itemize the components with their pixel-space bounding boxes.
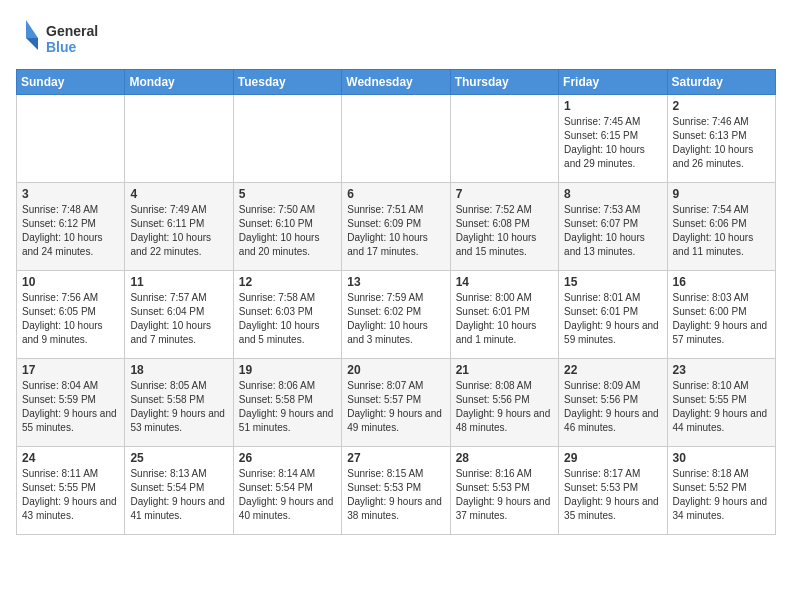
day-number: 11 xyxy=(130,275,227,289)
day-number: 8 xyxy=(564,187,661,201)
day-number: 16 xyxy=(673,275,770,289)
day-number: 26 xyxy=(239,451,336,465)
calendar-day-11: 11Sunrise: 7:57 AMSunset: 6:04 PMDayligh… xyxy=(125,271,233,359)
day-number: 3 xyxy=(22,187,119,201)
calendar-day-19: 19Sunrise: 8:06 AMSunset: 5:58 PMDayligh… xyxy=(233,359,341,447)
day-number: 29 xyxy=(564,451,661,465)
day-info: Sunrise: 7:59 AMSunset: 6:02 PMDaylight:… xyxy=(347,291,444,347)
logo: GeneralBlue xyxy=(16,16,106,61)
calendar-day-13: 13Sunrise: 7:59 AMSunset: 6:02 PMDayligh… xyxy=(342,271,450,359)
day-number: 21 xyxy=(456,363,553,377)
day-info: Sunrise: 7:54 AMSunset: 6:06 PMDaylight:… xyxy=(673,203,770,259)
day-number: 2 xyxy=(673,99,770,113)
day-info: Sunrise: 7:58 AMSunset: 6:03 PMDaylight:… xyxy=(239,291,336,347)
svg-marker-1 xyxy=(26,38,38,50)
calendar-day-14: 14Sunrise: 8:00 AMSunset: 6:01 PMDayligh… xyxy=(450,271,558,359)
calendar-day-18: 18Sunrise: 8:05 AMSunset: 5:58 PMDayligh… xyxy=(125,359,233,447)
day-number: 12 xyxy=(239,275,336,289)
calendar-day-25: 25Sunrise: 8:13 AMSunset: 5:54 PMDayligh… xyxy=(125,447,233,535)
weekday-header-saturday: Saturday xyxy=(667,70,775,95)
day-number: 1 xyxy=(564,99,661,113)
day-number: 4 xyxy=(130,187,227,201)
day-info: Sunrise: 8:13 AMSunset: 5:54 PMDaylight:… xyxy=(130,467,227,523)
calendar-day-3: 3Sunrise: 7:48 AMSunset: 6:12 PMDaylight… xyxy=(17,183,125,271)
calendar-week-row: 10Sunrise: 7:56 AMSunset: 6:05 PMDayligh… xyxy=(17,271,776,359)
day-info: Sunrise: 8:15 AMSunset: 5:53 PMDaylight:… xyxy=(347,467,444,523)
day-info: Sunrise: 7:52 AMSunset: 6:08 PMDaylight:… xyxy=(456,203,553,259)
calendar-day-20: 20Sunrise: 8:07 AMSunset: 5:57 PMDayligh… xyxy=(342,359,450,447)
day-number: 18 xyxy=(130,363,227,377)
calendar-day-10: 10Sunrise: 7:56 AMSunset: 6:05 PMDayligh… xyxy=(17,271,125,359)
calendar-day-4: 4Sunrise: 7:49 AMSunset: 6:11 PMDaylight… xyxy=(125,183,233,271)
day-info: Sunrise: 8:03 AMSunset: 6:00 PMDaylight:… xyxy=(673,291,770,347)
calendar-week-row: 24Sunrise: 8:11 AMSunset: 5:55 PMDayligh… xyxy=(17,447,776,535)
day-number: 14 xyxy=(456,275,553,289)
day-info: Sunrise: 8:04 AMSunset: 5:59 PMDaylight:… xyxy=(22,379,119,435)
calendar-day-9: 9Sunrise: 7:54 AMSunset: 6:06 PMDaylight… xyxy=(667,183,775,271)
day-info: Sunrise: 8:09 AMSunset: 5:56 PMDaylight:… xyxy=(564,379,661,435)
weekday-header-tuesday: Tuesday xyxy=(233,70,341,95)
day-info: Sunrise: 8:01 AMSunset: 6:01 PMDaylight:… xyxy=(564,291,661,347)
calendar-day-15: 15Sunrise: 8:01 AMSunset: 6:01 PMDayligh… xyxy=(559,271,667,359)
svg-text:Blue: Blue xyxy=(46,39,77,55)
empty-calendar-cell xyxy=(125,95,233,183)
empty-calendar-cell xyxy=(17,95,125,183)
weekday-header-friday: Friday xyxy=(559,70,667,95)
day-info: Sunrise: 7:51 AMSunset: 6:09 PMDaylight:… xyxy=(347,203,444,259)
empty-calendar-cell xyxy=(450,95,558,183)
day-number: 27 xyxy=(347,451,444,465)
calendar-day-1: 1Sunrise: 7:45 AMSunset: 6:15 PMDaylight… xyxy=(559,95,667,183)
day-number: 22 xyxy=(564,363,661,377)
day-info: Sunrise: 7:46 AMSunset: 6:13 PMDaylight:… xyxy=(673,115,770,171)
day-info: Sunrise: 8:05 AMSunset: 5:58 PMDaylight:… xyxy=(130,379,227,435)
day-number: 24 xyxy=(22,451,119,465)
calendar-day-2: 2Sunrise: 7:46 AMSunset: 6:13 PMDaylight… xyxy=(667,95,775,183)
day-info: Sunrise: 7:50 AMSunset: 6:10 PMDaylight:… xyxy=(239,203,336,259)
day-info: Sunrise: 8:17 AMSunset: 5:53 PMDaylight:… xyxy=(564,467,661,523)
day-info: Sunrise: 8:06 AMSunset: 5:58 PMDaylight:… xyxy=(239,379,336,435)
calendar-day-24: 24Sunrise: 8:11 AMSunset: 5:55 PMDayligh… xyxy=(17,447,125,535)
svg-marker-0 xyxy=(26,20,38,38)
day-info: Sunrise: 7:48 AMSunset: 6:12 PMDaylight:… xyxy=(22,203,119,259)
weekday-header-thursday: Thursday xyxy=(450,70,558,95)
day-number: 7 xyxy=(456,187,553,201)
day-number: 25 xyxy=(130,451,227,465)
day-number: 10 xyxy=(22,275,119,289)
day-info: Sunrise: 8:18 AMSunset: 5:52 PMDaylight:… xyxy=(673,467,770,523)
day-info: Sunrise: 7:56 AMSunset: 6:05 PMDaylight:… xyxy=(22,291,119,347)
day-number: 6 xyxy=(347,187,444,201)
day-info: Sunrise: 8:00 AMSunset: 6:01 PMDaylight:… xyxy=(456,291,553,347)
empty-calendar-cell xyxy=(233,95,341,183)
calendar-week-row: 1Sunrise: 7:45 AMSunset: 6:15 PMDaylight… xyxy=(17,95,776,183)
calendar-day-23: 23Sunrise: 8:10 AMSunset: 5:55 PMDayligh… xyxy=(667,359,775,447)
calendar-day-21: 21Sunrise: 8:08 AMSunset: 5:56 PMDayligh… xyxy=(450,359,558,447)
calendar-day-17: 17Sunrise: 8:04 AMSunset: 5:59 PMDayligh… xyxy=(17,359,125,447)
calendar-week-row: 17Sunrise: 8:04 AMSunset: 5:59 PMDayligh… xyxy=(17,359,776,447)
day-number: 30 xyxy=(673,451,770,465)
weekday-header-row: SundayMondayTuesdayWednesdayThursdayFrid… xyxy=(17,70,776,95)
weekday-header-sunday: Sunday xyxy=(17,70,125,95)
day-info: Sunrise: 7:49 AMSunset: 6:11 PMDaylight:… xyxy=(130,203,227,259)
calendar-day-7: 7Sunrise: 7:52 AMSunset: 6:08 PMDaylight… xyxy=(450,183,558,271)
day-info: Sunrise: 8:08 AMSunset: 5:56 PMDaylight:… xyxy=(456,379,553,435)
day-info: Sunrise: 8:14 AMSunset: 5:54 PMDaylight:… xyxy=(239,467,336,523)
day-info: Sunrise: 8:07 AMSunset: 5:57 PMDaylight:… xyxy=(347,379,444,435)
day-info: Sunrise: 7:57 AMSunset: 6:04 PMDaylight:… xyxy=(130,291,227,347)
calendar-day-6: 6Sunrise: 7:51 AMSunset: 6:09 PMDaylight… xyxy=(342,183,450,271)
calendar-week-row: 3Sunrise: 7:48 AMSunset: 6:12 PMDaylight… xyxy=(17,183,776,271)
day-number: 19 xyxy=(239,363,336,377)
calendar-day-30: 30Sunrise: 8:18 AMSunset: 5:52 PMDayligh… xyxy=(667,447,775,535)
calendar-table: SundayMondayTuesdayWednesdayThursdayFrid… xyxy=(16,69,776,535)
calendar-day-8: 8Sunrise: 7:53 AMSunset: 6:07 PMDaylight… xyxy=(559,183,667,271)
calendar-day-26: 26Sunrise: 8:14 AMSunset: 5:54 PMDayligh… xyxy=(233,447,341,535)
day-number: 20 xyxy=(347,363,444,377)
day-number: 15 xyxy=(564,275,661,289)
day-info: Sunrise: 8:10 AMSunset: 5:55 PMDaylight:… xyxy=(673,379,770,435)
calendar-day-22: 22Sunrise: 8:09 AMSunset: 5:56 PMDayligh… xyxy=(559,359,667,447)
weekday-header-wednesday: Wednesday xyxy=(342,70,450,95)
day-info: Sunrise: 8:11 AMSunset: 5:55 PMDaylight:… xyxy=(22,467,119,523)
day-number: 28 xyxy=(456,451,553,465)
logo-svg: GeneralBlue xyxy=(16,16,106,61)
calendar-day-27: 27Sunrise: 8:15 AMSunset: 5:53 PMDayligh… xyxy=(342,447,450,535)
day-info: Sunrise: 7:45 AMSunset: 6:15 PMDaylight:… xyxy=(564,115,661,171)
